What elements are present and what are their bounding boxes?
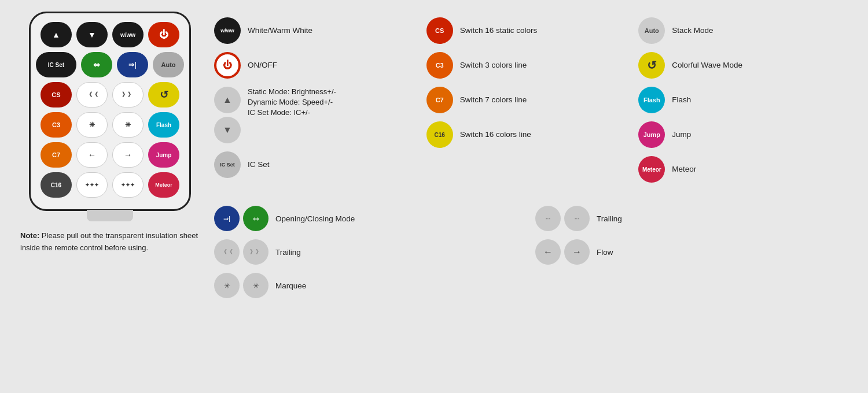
legend-item-icset: IC Set IC Set <box>214 151 426 178</box>
opening-circles: ⇒| ⇔ <box>214 206 269 231</box>
bottom-trailing-item: 《《 》》 Trailing <box>214 239 529 265</box>
jump-btn[interactable]: Jump <box>148 142 179 168</box>
trailing-circles: 《《 》》 <box>214 239 269 265</box>
flash-label: Flash <box>672 95 691 106</box>
up-btn[interactable]: ▲ <box>41 22 72 47</box>
jump-icon: Jump <box>638 121 665 148</box>
rrr-btn[interactable]: 》》 <box>112 82 144 107</box>
left-btn[interactable]: ← <box>76 142 108 168</box>
open-green-icon: ⇔ <box>243 206 269 231</box>
auto-label: Stack Mode <box>672 25 713 36</box>
bottom-flow-item: ← → Flow <box>535 239 851 265</box>
remote-row-1: ▲ ▼ w/ww ⏻ <box>41 22 179 47</box>
remote-row-2: IC Set ⇔ ⇒| Auto <box>36 52 184 77</box>
legend-col1: w/ww White/Warm White ⏻ ON/OFF ▲ ▼ Stati… <box>214 17 426 183</box>
jump-label: Jump <box>672 129 691 140</box>
power-btn[interactable]: ⏻ <box>148 22 179 47</box>
bottom-marquee-item: ✳ ✳ Marquee <box>214 273 529 298</box>
wave-icon: ↺ <box>638 52 665 79</box>
lll-btn[interactable]: 《《 <box>76 82 108 107</box>
trailing-label: Trailing <box>275 248 301 257</box>
trailing2-r-icon: ··· <box>564 206 590 231</box>
meteor-btn[interactable]: Meteor <box>148 172 179 198</box>
white-warm-label: White/Warm White <box>248 25 312 36</box>
legend-col3: Auto Stack Mode ↺ Colorful Wave Mode Fla… <box>638 17 851 183</box>
open-close-btn[interactable]: ⇔ <box>81 52 112 77</box>
legend-item-cs: CS Switch 16 static colors <box>426 17 639 44</box>
flash-btn[interactable]: Flash <box>148 112 179 138</box>
close-btn[interactable]: ⇒| <box>117 52 148 77</box>
c3-icon: C3 <box>426 52 453 79</box>
page-container: ▲ ▼ w/ww ⏻ IC Set ⇔ ⇒| Auto CS 《《 》》 ↺ C… <box>0 0 868 393</box>
marquee-circles: ✳ ✳ <box>214 273 269 298</box>
opening-label: Opening/Closing Mode <box>275 214 355 223</box>
flow-circles: ← → <box>535 239 590 265</box>
trailing2-circles: ··· ··· <box>535 206 590 231</box>
meteor-icon: Meteor <box>638 156 665 183</box>
c3-btn[interactable]: C3 <box>41 112 72 138</box>
legend-item-c16: C16 Switch 16 colors line <box>426 121 639 148</box>
remote-row-6: C16 ✦✦✦ ✦✦✦ Meteor <box>41 172 179 198</box>
down-btn[interactable]: ▼ <box>76 22 108 47</box>
legend-col2: CS Switch 16 static colors C3 Switch 3 c… <box>426 17 639 183</box>
star-l-btn[interactable]: ✳ <box>76 112 108 138</box>
left-panel: ▲ ▼ w/ww ⏻ IC Set ⇔ ⇒| Auto CS 《《 》》 ↺ C… <box>17 12 203 381</box>
onoff-icon: ⏻ <box>214 52 241 79</box>
onoff-label: ON/OFF <box>248 60 277 71</box>
up-icon: ▲ <box>214 87 241 113</box>
note-label: Note: <box>20 231 39 240</box>
bottom-opening-item: ⇒| ⇔ Opening/Closing Mode <box>214 206 529 231</box>
legend-item-flash: Flash Flash <box>638 87 851 113</box>
marquee-r-icon: ✳ <box>243 273 269 298</box>
remote-row-4: C3 ✳ ✳ Flash <box>41 112 179 138</box>
icset-label: IC Set <box>248 160 270 170</box>
right-panel: w/ww White/Warm White ⏻ ON/OFF ▲ ▼ Stati… <box>214 12 851 381</box>
auto-btn[interactable]: Auto <box>153 52 184 77</box>
trailing2-l-icon: ··· <box>535 206 561 231</box>
legend-item-white: w/ww White/Warm White <box>214 17 426 44</box>
legend-item-meteor: Meteor Meteor <box>638 156 851 183</box>
white-warm-icon: w/ww <box>214 17 241 44</box>
ic-set-btn[interactable]: IC Set <box>36 52 76 77</box>
cs-icon: CS <box>426 17 453 44</box>
trailing2-label: Trailing <box>597 214 622 223</box>
c7-btn[interactable]: C7 <box>41 142 72 168</box>
trailing-l-icon: 《《 <box>214 239 240 265</box>
c7-label: Switch 7 colors line <box>460 95 527 106</box>
wave-btn[interactable]: ↺ <box>148 82 179 107</box>
right-btn[interactable]: → <box>112 142 144 168</box>
legend-bottom: ⇒| ⇔ Opening/Closing Mode 《《 》》 Trailing… <box>214 200 851 298</box>
stars2-btn[interactable]: ✦✦✦ <box>112 172 144 198</box>
cs-btn[interactable]: CS <box>41 82 72 107</box>
meteor-label: Meteor <box>672 164 696 175</box>
marquee-l-icon: ✳ <box>214 273 240 298</box>
bottom-left-col: ⇒| ⇔ Opening/Closing Mode 《《 》》 Trailing… <box>214 206 529 298</box>
c16-icon: C16 <box>426 121 453 148</box>
note-section: Note: Please pull out the transparent in… <box>20 230 200 254</box>
stars1-btn[interactable]: ✦✦✦ <box>76 172 108 198</box>
legend-item-onoff: ⏻ ON/OFF <box>214 52 426 79</box>
c3-label: Switch 3 colors line <box>460 60 527 71</box>
star-r-btn[interactable]: ✳ <box>112 112 144 138</box>
remote-row-3: CS 《《 》》 ↺ <box>41 82 179 107</box>
c7-icon: C7 <box>426 87 453 113</box>
auto-icon: Auto <box>638 17 665 44</box>
c16-btn[interactable]: C16 <box>41 172 72 198</box>
bottom-trailing2-item: ··· ··· Trailing <box>535 206 851 231</box>
legend-item-updown: ▲ ▼ Static Mode: Brightness+/-Dynamic Mo… <box>214 87 426 143</box>
note-text: Please pull out the transparent insulati… <box>20 231 198 252</box>
cs-label: Switch 16 static colors <box>460 25 538 36</box>
flow-r-icon: → <box>564 239 590 265</box>
flash-icon: Flash <box>638 87 665 113</box>
wave-label: Colorful Wave Mode <box>672 60 742 71</box>
down-icon: ▼ <box>214 117 241 143</box>
remote-control: ▲ ▼ w/ww ⏻ IC Set ⇔ ⇒| Auto CS 《《 》》 ↺ C… <box>29 12 191 211</box>
marquee-label: Marquee <box>275 281 306 290</box>
remote-row-5: C7 ← → Jump <box>41 142 179 168</box>
close-blue-icon: ⇒| <box>214 206 240 231</box>
remote-stand <box>87 210 133 221</box>
flow-label: Flow <box>597 248 613 257</box>
white-btn[interactable]: w/ww <box>112 22 144 47</box>
legend-item-auto: Auto Stack Mode <box>638 17 851 44</box>
bottom-right-col: ··· ··· Trailing ← → Flow <box>535 206 851 298</box>
